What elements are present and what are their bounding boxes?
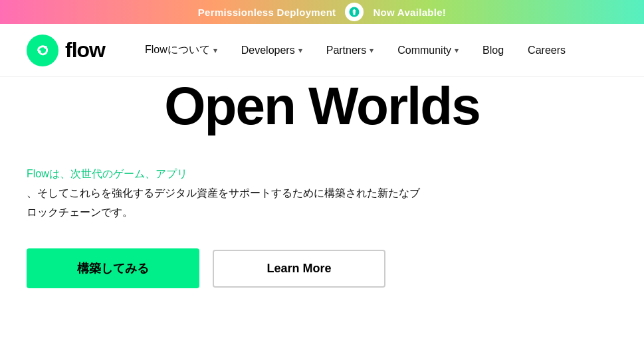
nav-item-partners[interactable]: Partners ▾ [326,45,374,56]
build-button[interactable]: 構築してみる [27,248,199,288]
hero-desc-line1: Flowは、次世代のゲーム、アプリ [27,168,187,179]
nav-item-flowabout[interactable]: Flowについて ▾ [145,43,217,57]
hero-title: Open Worlds [27,77,617,135]
hero-title-wrapper: Open Worlds [27,77,617,151]
banner-text-left: Permissionless Deployment [198,7,336,18]
chevron-down-icon: ▾ [213,46,217,55]
nav-item-community[interactable]: Community ▾ [397,45,459,56]
navbar: flow Flowについて ▾ Developers ▾ Partners ▾ … [0,24,644,77]
banner-icon [345,3,364,21]
nav-item-developers[interactable]: Developers ▾ [241,45,302,56]
hero-desc-line2: 、そしてこれらを強化するデジタル資産をサポートするために構築された新たなブロック… [27,187,420,218]
learn-more-button[interactable]: Learn More [213,250,385,288]
hero-section: Open Worlds Flowは、次世代のゲーム、アプリ 、そしてこれらを強化… [0,77,644,288]
svg-point-2 [44,46,47,49]
nav-item-blog[interactable]: Blog [483,45,504,56]
banner-text-right: Now Available! [373,7,446,18]
logo-text: flow [65,38,105,62]
hero-description: Flowは、次世代のゲーム、アプリ 、そしてこれらを強化するデジタル資産をサポー… [27,165,425,222]
chevron-down-icon: ▾ [298,46,302,55]
nav-links: Flowについて ▾ Developers ▾ Partners ▾ Commu… [145,43,617,57]
chevron-down-icon: ▾ [370,46,374,55]
logo-area[interactable]: flow [27,35,105,66]
top-banner: Permissionless Deployment Now Available! [0,0,644,24]
button-group: 構築してみる Learn More [27,248,385,288]
flow-logo-icon [27,35,58,66]
svg-point-1 [38,50,41,53]
nav-item-careers[interactable]: Careers [528,45,566,56]
chevron-down-icon: ▾ [455,46,459,55]
